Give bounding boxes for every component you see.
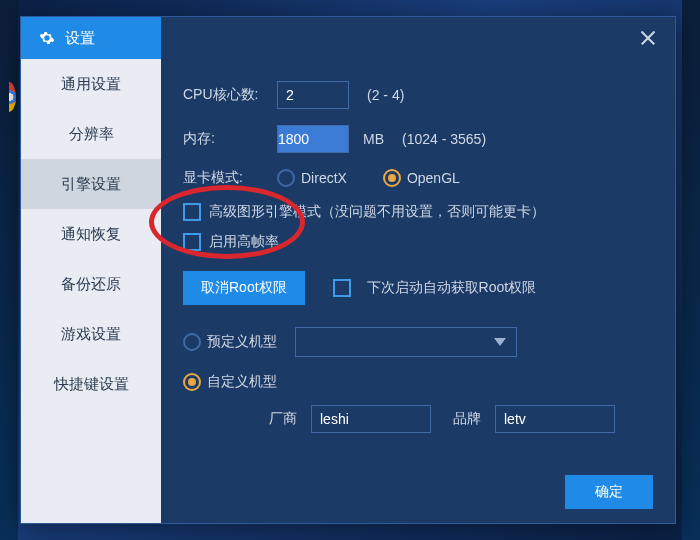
custom-model-radio[interactable]: 自定义机型 xyxy=(183,373,277,391)
settings-window: 设置 通用设置 分辨率 引擎设置 通知恢复 备份还原 游戏设置 快捷键设置 CP… xyxy=(20,16,676,524)
brand-label: 品牌 xyxy=(441,410,481,428)
sidebar-item-game[interactable]: 游戏设置 xyxy=(21,309,161,359)
vendor-input[interactable] xyxy=(311,405,431,433)
auto-root-label: 下次启动自动获取Root权限 xyxy=(367,279,537,297)
sidebar-item-hotkey[interactable]: 快捷键设置 xyxy=(21,359,161,409)
gpu-label: 显卡模式: xyxy=(183,169,269,187)
gpu-option-label: DirectX xyxy=(301,170,347,186)
preset-model-dropdown[interactable] xyxy=(295,327,517,357)
vendor-label: 厂商 xyxy=(257,410,297,428)
high-fps-checkbox[interactable] xyxy=(183,233,201,251)
sidebar-item-notify[interactable]: 通知恢复 xyxy=(21,209,161,259)
auto-root-checkbox[interactable] xyxy=(333,279,351,297)
sidebar-item-engine[interactable]: 引擎设置 xyxy=(21,159,161,209)
sidebar-item-general[interactable]: 通用设置 xyxy=(21,59,161,109)
preset-model-label: 预定义机型 xyxy=(207,333,277,351)
gear-icon xyxy=(39,30,55,46)
radio-icon xyxy=(277,169,295,187)
sidebar-item-resolution[interactable]: 分辨率 xyxy=(21,109,161,159)
close-icon[interactable] xyxy=(637,27,659,49)
memory-label: 内存: xyxy=(183,130,269,148)
radio-icon xyxy=(383,169,401,187)
cancel-root-button[interactable]: 取消Root权限 xyxy=(183,271,305,305)
high-fps-label: 启用高帧率 xyxy=(209,233,279,251)
memory-range: (1024 - 3565) xyxy=(402,131,486,147)
sidebar-item-backup[interactable]: 备份还原 xyxy=(21,259,161,309)
ok-button[interactable]: 确定 xyxy=(565,475,653,509)
preset-model-radio[interactable]: 预定义机型 xyxy=(183,333,277,351)
titlebar: 设置 xyxy=(21,17,675,59)
gpu-option-directx[interactable]: DirectX xyxy=(277,169,347,187)
memory-unit: MB xyxy=(363,131,384,147)
adv-graphics-label: 高级图形引擎模式（没问题不用设置，否则可能更卡） xyxy=(209,203,545,221)
window-title: 设置 xyxy=(65,29,95,48)
gpu-option-label: OpenGL xyxy=(407,170,460,186)
cpu-range: (2 - 4) xyxy=(367,87,404,103)
brand-input[interactable] xyxy=(495,405,615,433)
title-block: 设置 xyxy=(21,17,161,59)
radio-icon xyxy=(183,333,201,351)
radio-icon xyxy=(183,373,201,391)
chevron-down-icon xyxy=(494,338,506,346)
memory-input[interactable] xyxy=(277,125,349,153)
gpu-option-opengl[interactable]: OpenGL xyxy=(383,169,460,187)
custom-model-label: 自定义机型 xyxy=(207,373,277,391)
engine-panel: CPU核心数: (2 - 4) 内存: MB (1024 - 3565) 显卡模… xyxy=(161,59,675,523)
adv-graphics-checkbox[interactable] xyxy=(183,203,201,221)
sidebar: 通用设置 分辨率 引擎设置 通知恢复 备份还原 游戏设置 快捷键设置 xyxy=(21,59,161,523)
cpu-label: CPU核心数: xyxy=(183,86,269,104)
cpu-input[interactable] xyxy=(277,81,349,109)
